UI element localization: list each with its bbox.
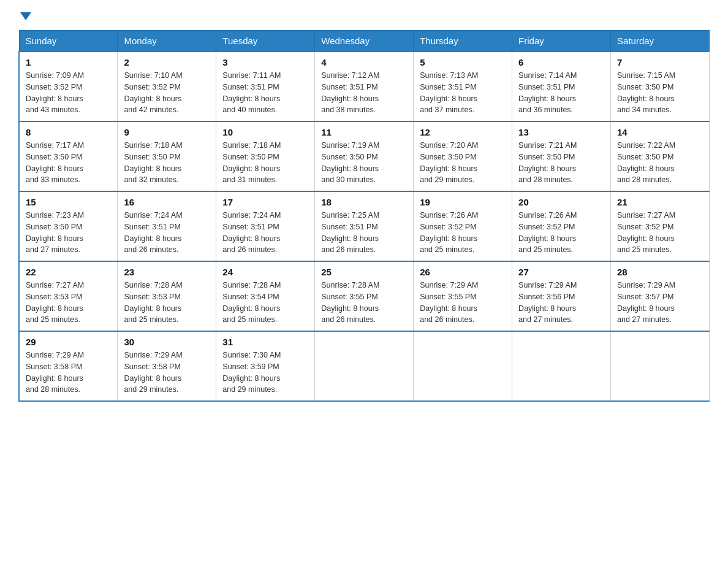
day-number: 27 bbox=[518, 267, 604, 277]
weekday-header-monday: Monday bbox=[118, 31, 216, 52]
day-info: Sunrise: 7:28 AM Sunset: 3:53 PM Dayligh… bbox=[124, 280, 210, 326]
week-row-2: 8 Sunrise: 7:17 AM Sunset: 3:50 PM Dayli… bbox=[19, 121, 710, 191]
day-info: Sunrise: 7:29 AM Sunset: 3:56 PM Dayligh… bbox=[518, 280, 604, 326]
calendar-cell: 24 Sunrise: 7:28 AM Sunset: 3:54 PM Dayl… bbox=[216, 261, 315, 331]
day-info: Sunrise: 7:29 AM Sunset: 3:58 PM Dayligh… bbox=[26, 350, 111, 396]
calendar-cell: 5 Sunrise: 7:13 AM Sunset: 3:51 PM Dayli… bbox=[414, 52, 512, 121]
day-info: Sunrise: 7:23 AM Sunset: 3:50 PM Dayligh… bbox=[26, 210, 111, 256]
calendar-cell: 11 Sunrise: 7:19 AM Sunset: 3:50 PM Dayl… bbox=[315, 121, 414, 191]
calendar-cell: 12 Sunrise: 7:20 AM Sunset: 3:50 PM Dayl… bbox=[414, 121, 512, 191]
day-number: 6 bbox=[518, 57, 604, 67]
week-row-5: 29 Sunrise: 7:29 AM Sunset: 3:58 PM Dayl… bbox=[19, 331, 710, 401]
calendar-cell: 20 Sunrise: 7:26 AM Sunset: 3:52 PM Dayl… bbox=[512, 191, 611, 261]
day-number: 9 bbox=[124, 127, 210, 137]
day-info: Sunrise: 7:09 AM Sunset: 3:52 PM Dayligh… bbox=[26, 70, 111, 116]
day-info: Sunrise: 7:30 AM Sunset: 3:59 PM Dayligh… bbox=[222, 350, 308, 396]
day-number: 19 bbox=[420, 197, 506, 207]
day-number: 14 bbox=[617, 127, 703, 137]
calendar-cell: 3 Sunrise: 7:11 AM Sunset: 3:51 PM Dayli… bbox=[216, 52, 315, 121]
calendar-cell: 26 Sunrise: 7:29 AM Sunset: 3:55 PM Dayl… bbox=[414, 261, 512, 331]
weekday-header-tuesday: Tuesday bbox=[216, 31, 315, 52]
calendar-cell bbox=[611, 331, 710, 401]
calendar-cell: 29 Sunrise: 7:29 AM Sunset: 3:58 PM Dayl… bbox=[19, 331, 118, 401]
day-info: Sunrise: 7:27 AM Sunset: 3:53 PM Dayligh… bbox=[26, 280, 111, 326]
calendar-cell: 15 Sunrise: 7:23 AM Sunset: 3:50 PM Dayl… bbox=[19, 191, 118, 261]
calendar-cell: 18 Sunrise: 7:25 AM Sunset: 3:51 PM Dayl… bbox=[315, 191, 414, 261]
day-number: 18 bbox=[321, 197, 407, 207]
weekday-header-friday: Friday bbox=[512, 31, 611, 52]
week-row-3: 15 Sunrise: 7:23 AM Sunset: 3:50 PM Dayl… bbox=[19, 191, 710, 261]
day-number: 26 bbox=[420, 267, 506, 277]
week-row-4: 22 Sunrise: 7:27 AM Sunset: 3:53 PM Dayl… bbox=[19, 261, 710, 331]
day-number: 2 bbox=[124, 57, 210, 67]
calendar-cell: 27 Sunrise: 7:29 AM Sunset: 3:56 PM Dayl… bbox=[512, 261, 611, 331]
day-number: 22 bbox=[26, 267, 111, 277]
day-number: 30 bbox=[124, 337, 210, 347]
calendar-cell: 28 Sunrise: 7:29 AM Sunset: 3:57 PM Dayl… bbox=[611, 261, 710, 331]
calendar-cell: 8 Sunrise: 7:17 AM Sunset: 3:50 PM Dayli… bbox=[19, 121, 118, 191]
day-number: 31 bbox=[222, 337, 308, 347]
day-info: Sunrise: 7:10 AM Sunset: 3:52 PM Dayligh… bbox=[124, 70, 210, 116]
weekday-header-thursday: Thursday bbox=[414, 31, 512, 52]
weekday-header-wednesday: Wednesday bbox=[315, 31, 414, 52]
day-number: 7 bbox=[617, 57, 703, 67]
calendar-cell: 31 Sunrise: 7:30 AM Sunset: 3:59 PM Dayl… bbox=[216, 331, 315, 401]
calendar-cell: 4 Sunrise: 7:12 AM Sunset: 3:51 PM Dayli… bbox=[315, 52, 414, 121]
day-info: Sunrise: 7:26 AM Sunset: 3:52 PM Dayligh… bbox=[420, 210, 506, 256]
day-info: Sunrise: 7:24 AM Sunset: 3:51 PM Dayligh… bbox=[124, 210, 210, 256]
day-info: Sunrise: 7:24 AM Sunset: 3:51 PM Dayligh… bbox=[222, 210, 308, 256]
day-info: Sunrise: 7:29 AM Sunset: 3:58 PM Dayligh… bbox=[124, 350, 210, 396]
day-number: 10 bbox=[222, 127, 308, 137]
day-info: Sunrise: 7:19 AM Sunset: 3:50 PM Dayligh… bbox=[321, 140, 407, 186]
calendar-cell: 14 Sunrise: 7:22 AM Sunset: 3:50 PM Dayl… bbox=[611, 121, 710, 191]
day-number: 28 bbox=[617, 267, 703, 277]
day-info: Sunrise: 7:20 AM Sunset: 3:50 PM Dayligh… bbox=[420, 140, 506, 186]
day-number: 15 bbox=[26, 197, 111, 207]
calendar-cell: 21 Sunrise: 7:27 AM Sunset: 3:52 PM Dayl… bbox=[611, 191, 710, 261]
day-info: Sunrise: 7:18 AM Sunset: 3:50 PM Dayligh… bbox=[124, 140, 210, 186]
day-info: Sunrise: 7:18 AM Sunset: 3:50 PM Dayligh… bbox=[222, 140, 308, 186]
day-number: 20 bbox=[518, 197, 604, 207]
calendar-cell: 10 Sunrise: 7:18 AM Sunset: 3:50 PM Dayl… bbox=[216, 121, 315, 191]
day-info: Sunrise: 7:13 AM Sunset: 3:51 PM Dayligh… bbox=[420, 70, 506, 116]
day-number: 12 bbox=[420, 127, 506, 137]
day-number: 4 bbox=[321, 57, 407, 67]
day-info: Sunrise: 7:29 AM Sunset: 3:55 PM Dayligh… bbox=[420, 280, 506, 326]
calendar-cell: 22 Sunrise: 7:27 AM Sunset: 3:53 PM Dayl… bbox=[19, 261, 118, 331]
calendar-cell: 1 Sunrise: 7:09 AM Sunset: 3:52 PM Dayli… bbox=[19, 52, 118, 121]
day-number: 24 bbox=[222, 267, 308, 277]
day-info: Sunrise: 7:12 AM Sunset: 3:51 PM Dayligh… bbox=[321, 70, 407, 116]
calendar-cell: 25 Sunrise: 7:28 AM Sunset: 3:55 PM Dayl… bbox=[315, 261, 414, 331]
day-info: Sunrise: 7:29 AM Sunset: 3:57 PM Dayligh… bbox=[617, 280, 703, 326]
calendar-cell bbox=[315, 331, 414, 401]
calendar-cell: 16 Sunrise: 7:24 AM Sunset: 3:51 PM Dayl… bbox=[118, 191, 216, 261]
calendar-cell bbox=[512, 331, 611, 401]
day-info: Sunrise: 7:11 AM Sunset: 3:51 PM Dayligh… bbox=[222, 70, 308, 116]
calendar-cell bbox=[414, 331, 512, 401]
weekday-header-saturday: Saturday bbox=[611, 31, 710, 52]
calendar-table: SundayMondayTuesdayWednesdayThursdayFrid… bbox=[18, 30, 710, 402]
day-info: Sunrise: 7:28 AM Sunset: 3:55 PM Dayligh… bbox=[321, 280, 407, 326]
day-number: 17 bbox=[222, 197, 308, 207]
day-info: Sunrise: 7:25 AM Sunset: 3:51 PM Dayligh… bbox=[321, 210, 407, 256]
day-number: 16 bbox=[124, 197, 210, 207]
day-number: 21 bbox=[617, 197, 703, 207]
calendar-cell: 23 Sunrise: 7:28 AM Sunset: 3:53 PM Dayl… bbox=[118, 261, 216, 331]
calendar-cell: 2 Sunrise: 7:10 AM Sunset: 3:52 PM Dayli… bbox=[118, 52, 216, 121]
calendar-cell: 30 Sunrise: 7:29 AM Sunset: 3:58 PM Dayl… bbox=[118, 331, 216, 401]
day-info: Sunrise: 7:17 AM Sunset: 3:50 PM Dayligh… bbox=[26, 140, 111, 186]
week-row-1: 1 Sunrise: 7:09 AM Sunset: 3:52 PM Dayli… bbox=[19, 52, 710, 121]
day-info: Sunrise: 7:26 AM Sunset: 3:52 PM Dayligh… bbox=[518, 210, 604, 256]
day-info: Sunrise: 7:21 AM Sunset: 3:50 PM Dayligh… bbox=[518, 140, 604, 186]
day-number: 13 bbox=[518, 127, 604, 137]
calendar-cell: 7 Sunrise: 7:15 AM Sunset: 3:50 PM Dayli… bbox=[611, 52, 710, 121]
day-number: 11 bbox=[321, 127, 407, 137]
calendar-cell: 19 Sunrise: 7:26 AM Sunset: 3:52 PM Dayl… bbox=[414, 191, 512, 261]
calendar-cell: 13 Sunrise: 7:21 AM Sunset: 3:50 PM Dayl… bbox=[512, 121, 611, 191]
day-number: 8 bbox=[26, 127, 111, 137]
day-number: 3 bbox=[222, 57, 308, 67]
calendar-cell: 9 Sunrise: 7:18 AM Sunset: 3:50 PM Dayli… bbox=[118, 121, 216, 191]
day-info: Sunrise: 7:27 AM Sunset: 3:52 PM Dayligh… bbox=[617, 210, 703, 256]
day-number: 25 bbox=[321, 267, 407, 277]
day-number: 23 bbox=[124, 267, 210, 277]
